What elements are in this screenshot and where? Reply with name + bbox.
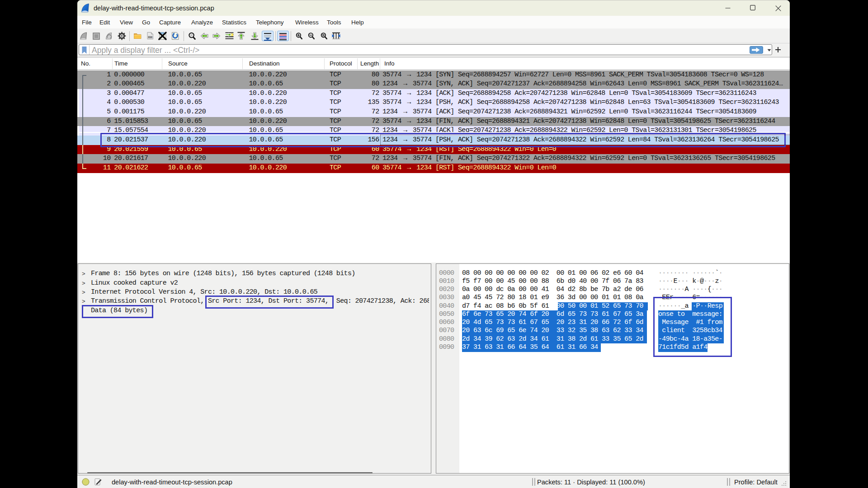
- svg-text:010: 010: [148, 36, 153, 39]
